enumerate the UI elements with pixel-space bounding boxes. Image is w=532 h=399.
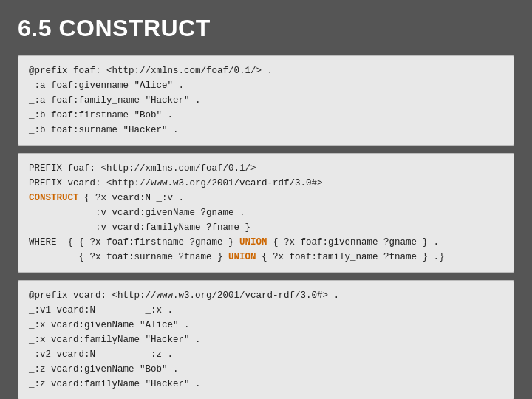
- code-line: _:v2 vcard:N _:z .: [29, 347, 503, 362]
- code-line: _:x vcard:givenName "Alice" .: [29, 318, 503, 332]
- code-line: _:a foaf:family_name "Hacker" .: [29, 93, 503, 108]
- code-line: CONSTRUCT { ?x vcard:N _:v .: [29, 191, 503, 205]
- code-line: _:b foaf:firstname "Bob" .: [29, 108, 503, 123]
- code-line: _:z vcard:familyName "Hacker" .: [29, 377, 503, 392]
- code-line: _:v vcard:givenName ?gname .: [29, 205, 503, 220]
- code-line: { ?x foaf:surname ?fname } UNION { ?x fo…: [29, 250, 503, 265]
- code-line: _:v vcard:familyName ?fname }: [29, 220, 503, 235]
- code-line: _:a foaf:givenname "Alice" .: [29, 78, 503, 93]
- code-line: WHERE { { ?x foaf:firstname ?gname } UNI…: [29, 235, 503, 250]
- page-title: 6.5 CONSTRUCT: [18, 15, 514, 42]
- code-line: _:x vcard:familyName "Hacker" .: [29, 332, 503, 347]
- code-block-1: @prefix foaf: <http://xmlns.com/foaf/0.1…: [18, 55, 514, 146]
- code-block-2: PREFIX foaf: <http://xmlns.com/foaf/0.1/…: [18, 153, 514, 273]
- code-line: @prefix foaf: <http://xmlns.com/foaf/0.1…: [29, 64, 503, 78]
- code-block-3: @prefix vcard: <http://www.w3.org/2001/v…: [18, 280, 514, 399]
- code-line: PREFIX foaf: <http://xmlns.com/foaf/0.1/…: [29, 161, 503, 176]
- code-line: _:v1 vcard:N _:x .: [29, 303, 503, 318]
- union-keyword-2: UNION: [228, 252, 256, 262]
- code-line: PREFIX vcard: <http://www.w3.org/2001/vc…: [29, 176, 503, 191]
- code-line: _:b foaf:surname "Hacker" .: [29, 123, 503, 137]
- union-keyword-1: UNION: [239, 237, 267, 248]
- code-line: @prefix vcard: <http://www.w3.org/2001/v…: [29, 288, 503, 303]
- code-line: _:z vcard:givenName "Bob" .: [29, 362, 503, 377]
- construct-keyword: CONSTRUCT: [29, 193, 79, 203]
- page-container: 6.5 CONSTRUCT @prefix foaf: <http://xmln…: [0, 0, 532, 399]
